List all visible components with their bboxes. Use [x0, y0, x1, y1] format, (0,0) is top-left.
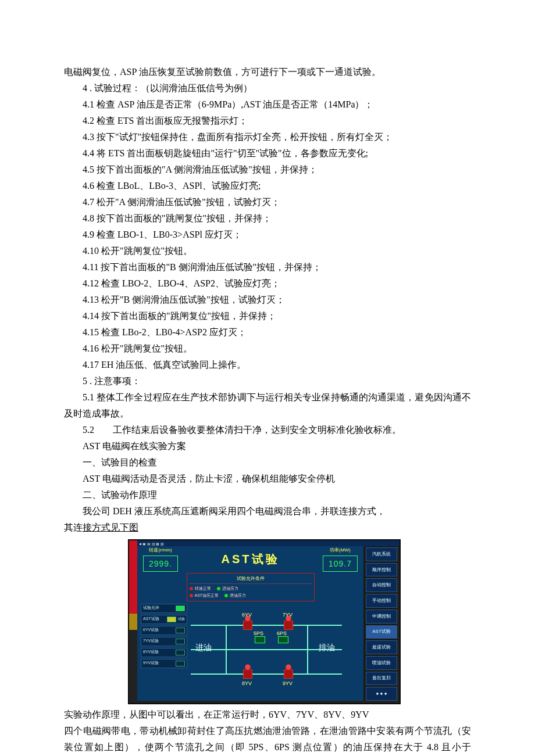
- hmi-screen: 转速(r/min) 2999. AST试验 功率(MW) 109.7 试验允许条…: [137, 546, 363, 701]
- hmi-left-item[interactable]: 试验允许: [141, 604, 187, 613]
- para-4-12: 4.12 检查 LBO-2、LBO-4、ASP2、试验应灯亮；: [64, 275, 471, 292]
- document-page: 电磁阀复位，ASP 油压恢复至试验前数值，方可进行下一项或下一通道试验。 4 .…: [0, 0, 535, 756]
- hmi-left-stripe: [129, 540, 137, 703]
- hmi-speed-label: 转速(r/min): [149, 546, 172, 554]
- hmi-cond-b1: 进油压力: [217, 585, 238, 592]
- hmi-right-button[interactable]: 中调控制: [366, 610, 397, 624]
- hmi-left-item[interactable]: 7YV试验: [141, 637, 187, 646]
- para-after1: 实验动作原理，从图中可以看出，在正常运行时，6YV、7YV、8YV、9YV: [64, 707, 471, 723]
- valve-8yv-icon: [243, 669, 252, 679]
- hmi-main-title: AST试验: [222, 549, 280, 569]
- embedded-hmi-screenshot: ■ ▣ ▤ ▥ ▦ ▧ 转速(r/min) 2999. AST试验 功率(MW)…: [128, 539, 471, 704]
- hmi-condition-title: 试验允许条件: [190, 575, 312, 584]
- para-4: 4 . 试验过程：（以润滑油压低信号为例）: [64, 80, 471, 96]
- hmi-left-list: 试验允许 AST试验试验 6YV试验 7YV试验 8YV试验 9YV试验: [141, 604, 187, 690]
- para-4-8: 4.8 按下首出面板的"跳闸复位"按钮，并保持；: [64, 210, 471, 227]
- para-4-5: 4.5 按下首出面板的"A 侧润滑油压低试验"按钮，并保持；: [64, 162, 471, 178]
- hmi-titlebar: ■ ▣ ▤ ▥ ▦ ▧: [137, 540, 400, 546]
- label-in-oil: 进油: [195, 640, 212, 655]
- para-4-16: 4.16 松开"跳闸复位"按钮。: [64, 341, 471, 357]
- hmi-right-button[interactable]: 首出复归: [366, 672, 397, 686]
- para-ast-title: AST 电磁阀在线实验方案: [64, 438, 471, 454]
- valve-9yv-icon: [284, 669, 293, 679]
- hmi-right-button[interactable]: 自动控制: [366, 578, 397, 592]
- label-6ps: 6PS: [277, 629, 287, 639]
- para-4-6: 4.6 检查 LBoL、LBo-3、ASPl、试验应灯亮;: [64, 178, 471, 194]
- hmi-right-button[interactable]: ● ● ●: [366, 687, 397, 701]
- para-4-11: 4.11 按下首出面板的"B 侧润滑油压低试验"按钮，并保持；: [64, 259, 471, 275]
- pipe-icon: [191, 673, 342, 675]
- para-4-4: 4.4 将 ETS 首出面板钥匙旋钮由"运行"切至"试验"位，各参数应无变化;: [64, 145, 471, 162]
- indicator-icon: [176, 661, 185, 667]
- hmi-left-item[interactable]: 9YV试验: [141, 659, 187, 668]
- hmi-right-button[interactable]: 喷油试验: [366, 656, 397, 670]
- para-intro: 电磁阀复位，ASP 油压恢复至试验前数值，方可进行下一项或下一通道试验。: [64, 64, 471, 80]
- para-5: 5 . 注意事项：: [64, 373, 471, 389]
- hmi-speed-value: 2999.: [143, 556, 178, 572]
- label-5ps: 5PS: [254, 629, 263, 639]
- para-after2: 四个电磁阀带电，带动机械卸荷封住了高压抗燃油泄油管路，在泄油管路中安装有两个节流…: [64, 723, 471, 756]
- hmi-left-item[interactable]: 8YV试验: [141, 648, 187, 657]
- valve-6yv-icon: [243, 621, 252, 630]
- hmi-monitor: ■ ▣ ▤ ▥ ▦ ▧ 转速(r/min) 2999. AST试验 功率(MW)…: [128, 539, 401, 704]
- para-sec2: 二、试验动作原理: [64, 487, 471, 503]
- para-sec2-body1: 我公司 DEH 液压系统高压遮断阀采用四个电磁阀混合串，并联连接方式，: [64, 503, 471, 519]
- para-5-1: 5.1 整体工作全过程应在生产技术部协调下与运行相关专业保持畅通的沟通渠道，避免…: [64, 389, 471, 422]
- status-dot-icon: [190, 594, 193, 597]
- hmi-power-label: 功率(MW): [330, 546, 351, 554]
- label-7yv: 7YV: [283, 611, 293, 620]
- para-4-1: 4.1 检查 ASP 油压是否正常（6-9MPa）,AST 油压是否正常（14M…: [64, 96, 471, 113]
- hmi-speed-metric: 转速(r/min) 2999.: [143, 546, 178, 572]
- indicator-icon: [176, 639, 185, 644]
- hmi-power-metric: 功率(MW) 109.7: [323, 546, 358, 572]
- hmi-power-value: 109.7: [323, 556, 358, 572]
- hmi-body: 试验允许 AST试验试验 6YV试验 7YV试验 8YV试验 9YV试验: [137, 604, 363, 690]
- para-5-2: 5.2 工作结束后设备验收要整体清扫干净，达到安全文明标准化验收标准。: [64, 422, 471, 438]
- hmi-condition-box: 试验允许条件 转速正常 进油压力 AST油压正常 泄油压力: [187, 573, 315, 601]
- hmi-right-button[interactable]: 手动控制: [366, 594, 397, 608]
- para-4-9: 4.9 检查 LBO-1、LB0-3>ASPl 应灯灭；: [64, 227, 471, 243]
- hmi-right-button[interactable]: 汽机系统: [366, 547, 397, 561]
- status-dot-icon: [224, 594, 228, 597]
- text-fragment: 其连: [64, 522, 83, 532]
- para-4-7: 4.7 松开"A 侧润滑油压低试验"按钮，试验灯灭；: [64, 194, 471, 210]
- para-sec1: 一、试验目的检查: [64, 454, 471, 471]
- para-4-13: 4.13 松开"B 侧润滑油压低试验"按钮，试验灯灭；: [64, 292, 471, 308]
- para-sec2-body2: 其连接方式见下图: [64, 519, 471, 536]
- pipe-icon: [226, 625, 227, 673]
- para-4-15: 4.15 检查 LBo-2、LB0-4>ASP2 应灯灭；: [64, 324, 471, 341]
- text-underlined: 接方式见下图: [83, 522, 138, 532]
- hmi-cond-a2: AST油压正常: [190, 592, 219, 599]
- hmi-cond-a1: 转速正常: [190, 585, 211, 592]
- para-4-14: 4.14 按下首出面板的"跳闸复位"按钮，并保持；: [64, 308, 471, 324]
- para-4-2: 4.2 检查 ETS 首出面板应无报警指示灯；: [64, 113, 471, 129]
- indicator-icon: [176, 605, 185, 611]
- indicator-icon: [167, 617, 176, 622]
- status-dot-icon: [217, 587, 220, 590]
- indicator-icon: [176, 650, 185, 655]
- hmi-right-button[interactable]: AST试验: [366, 625, 397, 639]
- hmi-left-item[interactable]: AST试验试验: [141, 615, 187, 624]
- pipe-icon: [191, 625, 342, 626]
- hmi-right-button[interactable]: 超速试验: [366, 640, 397, 654]
- para-4-3: 4.3 按下"试灯"按钮保持住，盘面所有指示灯全亮，松开按钮，所有灯全灭；: [64, 129, 471, 145]
- label-6yv: 6YV: [242, 611, 252, 620]
- hmi-diagram: 6YV 7YV 8YV 9YV 5PS 6PS 进油: [191, 608, 360, 690]
- hmi-cond-b2: 泄油压力: [224, 592, 246, 599]
- label-8yv: 8YV: [242, 679, 252, 689]
- para-4-10: 4.10 松开"跳闸复位"按钮。: [64, 243, 471, 259]
- hmi-header: 转速(r/min) 2999. AST试验 功率(MW) 109.7: [137, 546, 363, 572]
- para-sec1-body: AST 电磁阀活动是否灵活，防止卡涩，确保机组能够安全停机: [64, 471, 471, 487]
- hmi-right-column: 汽机系统 顺序控制 自动控制 手动控制 中调控制 AST试验 超速试验 喷油试验…: [366, 547, 397, 701]
- hmi-right-button[interactable]: 顺序控制: [366, 563, 397, 577]
- valve-7yv-icon: [284, 621, 293, 630]
- pipe-icon: [307, 625, 308, 673]
- hmi-left-item[interactable]: 6YV试验: [141, 626, 187, 635]
- indicator-icon: [176, 628, 185, 633]
- para-4-17: 4.17 EH 油压低、低真空试验同上操作。: [64, 357, 471, 373]
- label-9yv: 9YV: [283, 679, 293, 689]
- label-out-oil: 排油: [319, 640, 335, 655]
- status-dot-icon: [190, 587, 193, 590]
